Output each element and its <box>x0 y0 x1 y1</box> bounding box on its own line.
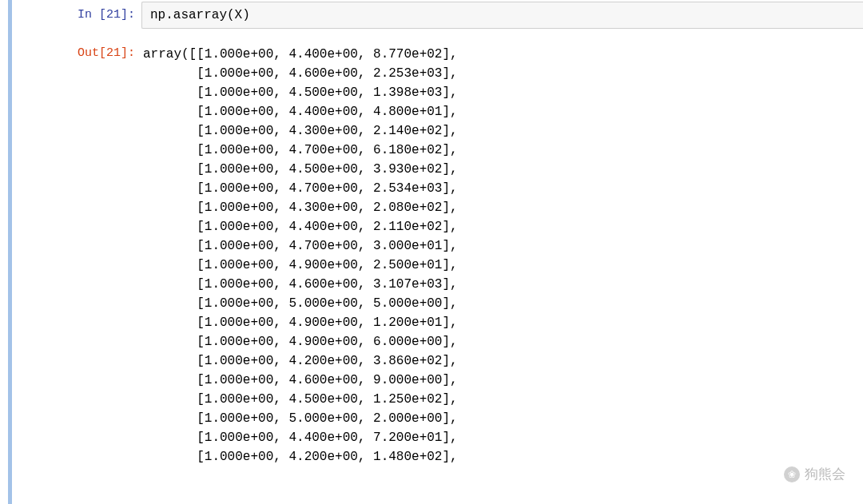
cell-selection-bar <box>8 0 12 504</box>
output-prompt-area: Out[21]: <box>10 40 141 60</box>
output-cell-row: Out[21]: array([[1.000e+00, 4.400e+00, 8… <box>10 40 863 466</box>
input-prompt-label: In [21]: <box>78 8 135 22</box>
input-cell-row: In [21]: np.asarray(X) <box>10 2 863 29</box>
output-prompt-label: Out[21]: <box>78 46 135 60</box>
watermark-label: 狗熊会 <box>805 465 845 483</box>
code-input[interactable]: np.asarray(X) <box>141 2 863 29</box>
notebook-container: In [21]: np.asarray(X) Out[21]: array([[… <box>0 0 863 466</box>
watermark: ❀ 狗熊会 <box>784 465 845 483</box>
input-prompt-area: In [21]: <box>10 2 141 22</box>
wechat-icon: ❀ <box>784 466 800 482</box>
output-text-block: array([[1.000e+00, 4.400e+00, 8.770e+02]… <box>141 40 863 466</box>
code-text: np.asarray(X) <box>150 8 250 22</box>
